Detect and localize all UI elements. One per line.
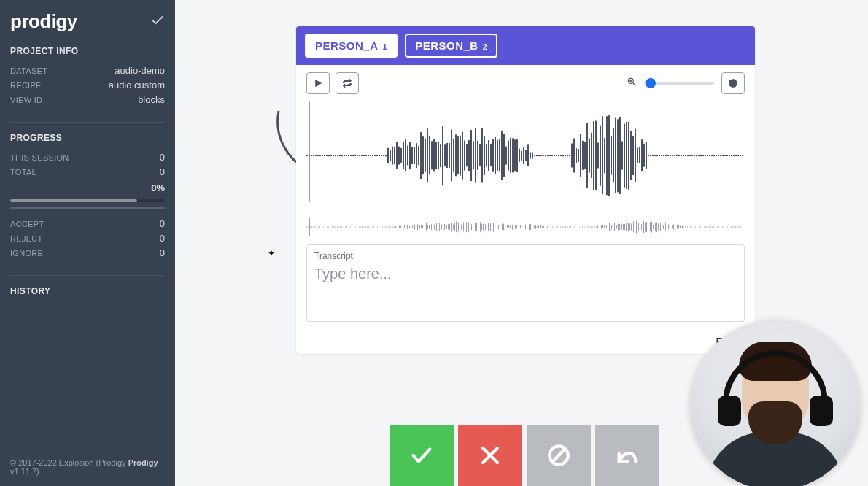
progress-heading: PROGRESS — [10, 133, 165, 143]
dataset-key: DATASET — [10, 63, 47, 78]
total-key: TOTAL — [10, 165, 36, 180]
mouse-cursor-icon: ✦ — [268, 248, 275, 258]
zoom-icon — [627, 77, 637, 90]
waveform-overview[interactable] — [306, 218, 745, 236]
main-area: ✦ PERSON_A 1 PERSON_B 2 — [175, 0, 868, 486]
recipe-key: RECIPE — [10, 78, 42, 93]
progress-bar-secondary — [10, 207, 165, 209]
annotation-card: PERSON_A 1 PERSON_B 2 — [296, 26, 755, 354]
divider — [10, 122, 165, 123]
footer-version: v1.11.7) — [10, 467, 39, 476]
reject-button[interactable] — [458, 425, 522, 486]
history-heading: HISTORY — [10, 286, 165, 296]
label-person-b[interactable]: PERSON_B 2 — [405, 34, 497, 58]
transcript-box: Transcript — [306, 244, 745, 322]
accept-value: 0 — [160, 217, 165, 231]
ignore-value: 0 — [160, 246, 165, 261]
save-check-icon[interactable] — [150, 13, 165, 30]
ignore-key: IGNORE — [10, 246, 43, 261]
zoom-slider[interactable] — [644, 82, 714, 85]
label-hotkey: 2 — [483, 42, 488, 51]
total-value: 0 — [160, 165, 165, 180]
sidebar: prodigy PROJECT INFO DATASETaudio-demo R… — [0, 0, 175, 486]
transcript-input[interactable] — [314, 266, 737, 305]
label-bar: PERSON_A 1 PERSON_B 2 — [296, 26, 755, 65]
svg-line-2 — [633, 83, 636, 86]
sidebar-footer: © 2017-2022 Explosion (Prodigy Prodigy v… — [0, 451, 175, 486]
dataset-value: audio-demo — [115, 63, 165, 78]
recipe-value: audio.custom — [109, 78, 165, 93]
footer-copyright: © 2017-2022 Explosion — [10, 458, 94, 467]
label-text: PERSON_B — [415, 39, 478, 52]
accept-key: ACCEPT — [10, 217, 44, 231]
waveform-main[interactable] — [296, 97, 755, 214]
brand-logo: prodigy — [10, 10, 77, 33]
label-text: PERSON_A — [315, 39, 379, 52]
viewid-key: VIEW ID — [10, 93, 42, 107]
svg-line-8 — [551, 448, 566, 463]
svg-marker-0 — [316, 80, 322, 86]
progress-bar — [10, 199, 165, 202]
undo-button[interactable] — [595, 425, 659, 486]
audio-toolbar — [296, 65, 755, 97]
label-hotkey: 1 — [383, 42, 388, 51]
footer-product: (Prodigy — [96, 458, 128, 467]
viewid-value: blocks — [138, 93, 165, 107]
project-info-heading: PROJECT INFO — [10, 46, 165, 56]
divider — [10, 275, 165, 276]
loop-button[interactable] — [336, 72, 359, 94]
session-value: 0 — [160, 150, 165, 165]
presenter-webcam — [690, 320, 861, 486]
reset-zoom-button[interactable] — [721, 72, 745, 94]
zoom-thumb[interactable] — [646, 78, 656, 88]
label-person-a[interactable]: PERSON_A 1 — [305, 34, 398, 58]
accept-button[interactable] — [390, 425, 454, 486]
session-key: THIS SESSION — [10, 150, 69, 165]
progress-percent: 0% — [10, 182, 165, 193]
reject-value: 0 — [160, 231, 165, 246]
transcript-label: Transcript — [314, 251, 737, 261]
reject-key: REJECT — [10, 231, 43, 246]
file-meta: FILE: v — [296, 332, 755, 354]
ignore-button[interactable] — [527, 425, 591, 486]
play-button[interactable] — [306, 72, 330, 94]
action-bar — [390, 425, 659, 486]
